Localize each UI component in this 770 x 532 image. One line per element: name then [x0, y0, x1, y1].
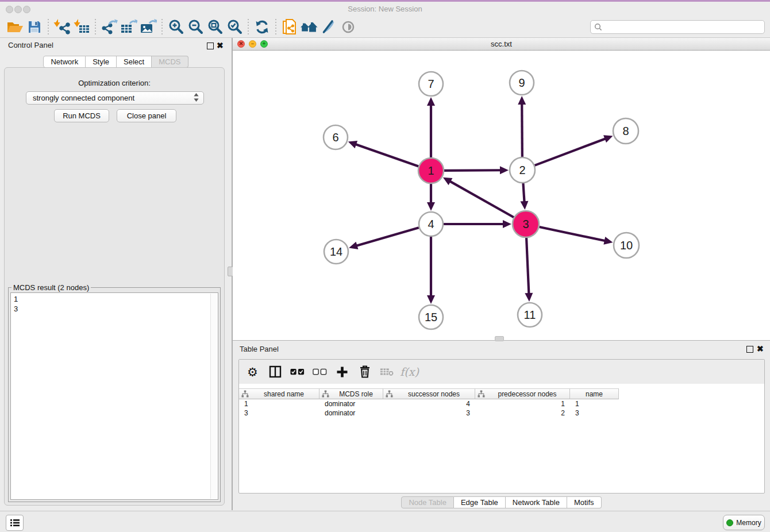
mcds-result-area[interactable]: 1 3 [10, 292, 218, 500]
task-history-button[interactable] [6, 515, 24, 531]
table-panel-tabs: Node TableEdge TableNetwork TableMotifs [233, 496, 770, 508]
tab-node-table[interactable]: Node Table [401, 496, 454, 508]
list-icon [10, 519, 20, 527]
deselect-all-button[interactable] [313, 364, 327, 379]
select-all-button[interactable] [290, 364, 305, 379]
tab-motifs[interactable]: Motifs [567, 496, 602, 508]
network-window-titlebar[interactable]: ✕ − + scc.txt [233, 38, 770, 51]
export-network-icon [101, 19, 118, 35]
column-header-successor-nodes[interactable]: successor nodes [383, 388, 475, 399]
mcds-result-lines: 1 3 [11, 293, 218, 315]
open-file-button[interactable] [5, 18, 25, 36]
network-minimize-button[interactable]: − [249, 40, 256, 48]
column-header-predecessor-nodes[interactable]: predecessor nodes [475, 388, 570, 399]
close-window-button[interactable] [6, 6, 13, 13]
search-input[interactable] [605, 22, 761, 32]
export-image-button[interactable] [138, 18, 158, 36]
zoom-fit-button[interactable] [205, 18, 225, 36]
duplicate-network-button[interactable] [280, 18, 299, 36]
graph-edge-1-2[interactable] [444, 170, 502, 171]
graph-node-label-7: 7 [428, 78, 434, 90]
graph-node-label-1: 1 [428, 164, 434, 177]
graph-edge-4-14[interactable] [356, 228, 419, 246]
create-column-button[interactable] [335, 364, 349, 379]
open-folder-icon [6, 20, 24, 34]
tab-edge-table[interactable]: Edge Table [454, 496, 506, 508]
delete-table-button[interactable] [380, 364, 394, 379]
hidden-elements-button[interactable] [338, 18, 358, 36]
network-window-title: scc.txt [233, 38, 770, 50]
graph-edge-2-3[interactable] [523, 183, 524, 203]
table-settings-button[interactable]: ⚙ [245, 364, 260, 379]
tab-style[interactable]: Style [86, 56, 117, 68]
graph-node-label-11: 11 [524, 309, 536, 321]
tab-network-table[interactable]: Network Table [506, 496, 567, 508]
fx-icon: f(x) [400, 365, 419, 378]
search-box[interactable] [590, 20, 765, 34]
graph-edge-2-8[interactable] [535, 138, 607, 165]
result-scrollbar[interactable] [210, 294, 217, 499]
run-mcds-button[interactable]: Run MCDS [54, 109, 109, 122]
cell-mcds_role[interactable]: dominator [319, 400, 383, 408]
cell-name[interactable]: 3 [570, 409, 619, 417]
refresh-view-button[interactable] [252, 18, 272, 36]
column-header-shared-name[interactable]: shared name [239, 388, 319, 399]
cell-predecessor_nodes[interactable]: 2 [475, 409, 570, 417]
column-header-MCDS-role[interactable]: MCDS role [319, 388, 383, 399]
table-row[interactable]: 1dominator411 [239, 399, 764, 408]
graph-edge-3-10[interactable] [539, 227, 606, 241]
table-panel-close-button[interactable]: ✖ [757, 345, 764, 353]
graph-edge-1-6[interactable] [355, 144, 418, 167]
canvas-divider-grip[interactable] [495, 336, 504, 341]
network-close-button[interactable]: ✕ [237, 40, 245, 48]
cell-successor_nodes[interactable]: 4 [383, 400, 475, 408]
control-panel-float-button[interactable] [207, 43, 214, 49]
control-panel-close-button[interactable]: ✖ [217, 41, 224, 49]
network-maximize-button[interactable]: + [260, 40, 268, 48]
show-hide-columns-button[interactable] [268, 364, 282, 379]
table-row[interactable]: 3dominator323 [239, 408, 764, 418]
cell-mcds_role[interactable]: dominator [319, 409, 383, 417]
function-builder-button[interactable]: f(x) [402, 364, 417, 379]
tab-network[interactable]: Network [43, 56, 86, 68]
tab-select[interactable]: Select [117, 56, 152, 68]
graph-edge-3-1[interactable] [449, 181, 514, 218]
export-table-button[interactable] [119, 18, 138, 36]
import-network-button[interactable] [52, 18, 72, 36]
gear-icon: ⚙ [247, 366, 258, 378]
import-table-button[interactable] [72, 18, 91, 36]
criterion-select[interactable]: strongly connected component [26, 91, 204, 105]
network-overview-button[interactable] [299, 18, 319, 36]
cell-name[interactable]: 1 [570, 400, 619, 408]
table-body: 1dominator4113dominator323 [239, 399, 764, 418]
close-panel-button[interactable]: Close panel [117, 109, 176, 122]
graph-edge-2-9[interactable] [522, 103, 522, 157]
export-network-button[interactable] [99, 18, 119, 36]
graph-edge-3-11[interactable] [526, 238, 529, 295]
zoom-window-button[interactable] [23, 6, 30, 13]
toolbar-separator [248, 19, 249, 35]
save-session-button[interactable] [25, 18, 44, 36]
zoom-out-button[interactable] [186, 18, 205, 36]
graphics-details-icon [321, 20, 336, 34]
zoom-in-button[interactable] [166, 18, 186, 36]
criterion-value: strongly connected component [33, 94, 134, 102]
graphics-details-button[interactable] [319, 18, 338, 36]
cell-shared_name[interactable]: 1 [239, 400, 319, 408]
minimize-window-button[interactable] [14, 6, 22, 13]
zoom-selected-button[interactable] [225, 18, 244, 36]
cell-shared_name[interactable]: 3 [239, 409, 319, 417]
delete-columns-button[interactable] [357, 364, 372, 379]
zoom-selected-icon [226, 19, 242, 35]
column-header-name[interactable]: name [570, 388, 619, 399]
tab-mcds[interactable]: MCDS [152, 56, 188, 68]
mcds-result-legend: MCDS result (2 nodes) [11, 283, 91, 292]
table-panel-float-button[interactable] [746, 346, 753, 353]
cell-predecessor_nodes[interactable]: 1 [475, 400, 570, 408]
table-panel-title: Table Panel [240, 345, 279, 353]
memory-button[interactable]: Memory [723, 515, 765, 530]
network-canvas[interactable]: 7968124314101511 [233, 51, 770, 341]
import-network-icon [53, 19, 71, 35]
cell-successor_nodes[interactable]: 3 [383, 409, 475, 417]
control-panel-title: Control Panel [8, 41, 53, 49]
